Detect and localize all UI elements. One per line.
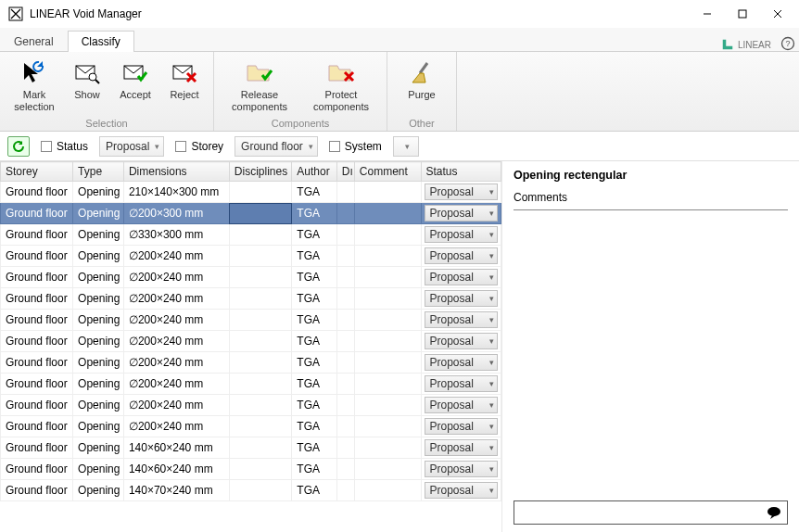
cell-disciplines[interactable] (229, 416, 292, 437)
cell-dimensions[interactable]: ∅200×240 mm (123, 246, 229, 267)
cell-type[interactable]: Opening (73, 437, 124, 459)
cell-dimensions[interactable]: ∅200×240 mm (123, 416, 229, 437)
cell-author[interactable]: TGA (292, 480, 337, 501)
cell-type[interactable]: Opening (73, 352, 124, 374)
cell-du[interactable] (336, 224, 354, 246)
cell-status[interactable]: Proposal▾ (421, 459, 501, 480)
cell-author[interactable]: TGA (292, 416, 337, 437)
cell-comment[interactable] (354, 459, 421, 480)
comment-field[interactable] (514, 506, 761, 519)
cell-disciplines[interactable] (229, 352, 292, 374)
col-status[interactable]: Status (421, 162, 501, 182)
accept-button[interactable]: Accept (113, 56, 158, 116)
cell-comment[interactable] (354, 395, 421, 416)
cell-du[interactable] (336, 459, 354, 480)
cell-du[interactable] (336, 246, 354, 267)
release-components-button[interactable]: Release components (222, 56, 298, 116)
cell-storey[interactable]: Ground floor (1, 288, 73, 310)
cell-du[interactable] (336, 437, 354, 459)
cell-author[interactable]: TGA (292, 267, 337, 288)
cell-status[interactable]: Proposal▾ (421, 374, 501, 395)
cell-status[interactable]: Proposal▾ (421, 288, 501, 310)
cell-author[interactable]: TGA (292, 310, 337, 331)
cell-storey[interactable]: Ground floor (1, 310, 73, 331)
minimize-button[interactable] (690, 1, 725, 27)
status-combo[interactable]: Proposal▾ (425, 311, 498, 328)
cell-type[interactable]: Opening (73, 331, 124, 352)
comment-input[interactable] (514, 500, 788, 525)
cell-author[interactable]: TGA (292, 203, 337, 224)
cell-storey[interactable]: Ground floor (1, 437, 73, 459)
status-combo[interactable]: Proposal▾ (425, 269, 498, 285)
speech-bubble-icon[interactable] (761, 505, 787, 520)
cell-disciplines[interactable] (229, 459, 292, 480)
status-combo[interactable]: Proposal▾ (425, 375, 498, 392)
cell-type[interactable]: Opening (73, 203, 124, 224)
cell-comment[interactable] (354, 267, 421, 288)
close-button[interactable] (760, 1, 795, 27)
table-row[interactable]: Ground floorOpening∅200×240 mmTGAProposa… (1, 288, 501, 310)
status-combo[interactable]: Proposal▾ (425, 333, 498, 349)
cell-status[interactable]: Proposal▾ (421, 437, 501, 459)
cell-author[interactable]: TGA (292, 246, 337, 267)
cell-comment[interactable] (354, 224, 421, 246)
table-header[interactable]: Storey Type Dimensions Disciplines Autho… (1, 162, 501, 182)
cell-dimensions[interactable]: ∅200×240 mm (123, 352, 229, 374)
cell-dimensions[interactable]: ∅200×240 mm (123, 310, 229, 331)
cell-status[interactable]: Proposal▾ (421, 224, 501, 246)
cell-du[interactable] (336, 395, 354, 416)
cell-disciplines[interactable] (229, 310, 292, 331)
cell-status[interactable]: Proposal▾ (421, 331, 501, 352)
cell-type[interactable]: Opening (73, 395, 124, 416)
table-row[interactable]: Ground floorOpening∅200×240 mmTGAProposa… (1, 395, 501, 416)
table-row[interactable]: Ground floorOpening∅200×240 mmTGAProposa… (1, 374, 501, 395)
cell-comment[interactable] (354, 182, 421, 203)
cell-disciplines[interactable] (229, 224, 292, 246)
storey-filter-combo[interactable]: Ground floor ▾ (235, 136, 318, 157)
cell-comment[interactable] (354, 310, 421, 331)
cell-du[interactable] (336, 352, 354, 374)
cell-type[interactable]: Opening (73, 310, 124, 331)
cell-storey[interactable]: Ground floor (1, 246, 73, 267)
system-filter-combo[interactable]: ▾ (393, 136, 419, 157)
cell-status[interactable]: Proposal▾ (421, 267, 501, 288)
refresh-button[interactable] (7, 136, 30, 157)
table-row[interactable]: Ground floorOpening∅200×240 mmTGAProposa… (1, 267, 501, 288)
cell-type[interactable]: Opening (73, 459, 124, 480)
cell-author[interactable]: TGA (292, 182, 337, 203)
cell-dimensions[interactable]: ∅200×240 mm (123, 374, 229, 395)
status-combo[interactable]: Proposal▾ (425, 290, 498, 307)
cell-storey[interactable]: Ground floor (1, 395, 73, 416)
col-dimensions[interactable]: Dimensions (123, 162, 229, 182)
table-row[interactable]: Ground floorOpening∅200×240 mmTGAProposa… (1, 352, 501, 374)
tab-classify[interactable]: Classify (68, 31, 134, 52)
cell-storey[interactable]: Ground floor (1, 480, 73, 501)
col-type[interactable]: Type (73, 162, 124, 182)
voids-table[interactable]: Storey Type Dimensions Disciplines Autho… (0, 161, 502, 532)
status-combo[interactable]: Proposal▾ (425, 226, 498, 243)
cell-storey[interactable]: Ground floor (1, 416, 73, 437)
cell-comment[interactable] (354, 352, 421, 374)
purge-button[interactable]: Purge (395, 56, 449, 116)
cell-author[interactable]: TGA (292, 224, 337, 246)
cell-status[interactable]: Proposal▾ (421, 310, 501, 331)
cell-disciplines[interactable] (229, 480, 292, 501)
table-row[interactable]: Ground floorOpening∅200×300 mmTGAProposa… (1, 203, 501, 224)
cell-disciplines[interactable] (229, 374, 292, 395)
cell-disciplines[interactable] (229, 246, 292, 267)
table-row[interactable]: Ground floorOpening140×70×240 mmTGAPropo… (1, 480, 501, 501)
table-row[interactable]: Ground floorOpening∅200×240 mmTGAProposa… (1, 331, 501, 352)
cell-storey[interactable]: Ground floor (1, 267, 73, 288)
system-filter-checkbox[interactable]: System (329, 140, 382, 153)
cell-type[interactable]: Opening (73, 246, 124, 267)
cell-type[interactable]: Opening (73, 288, 124, 310)
cell-disciplines[interactable] (229, 267, 292, 288)
cell-disciplines[interactable] (229, 395, 292, 416)
tab-general[interactable]: General (0, 31, 68, 52)
table-row[interactable]: Ground floorOpening∅200×240 mmTGAProposa… (1, 310, 501, 331)
cell-comment[interactable] (354, 288, 421, 310)
cell-comment[interactable] (354, 480, 421, 501)
cell-type[interactable]: Opening (73, 182, 124, 203)
cell-comment[interactable] (354, 416, 421, 437)
cell-status[interactable]: Proposal▾ (421, 352, 501, 374)
